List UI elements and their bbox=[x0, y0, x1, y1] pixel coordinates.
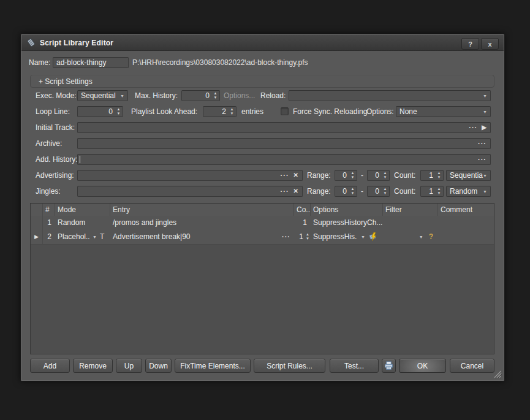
cancel-button[interactable]: Cancel bbox=[450, 359, 494, 373]
jingles-count-spinner[interactable]: 1 ▲ ▼ bbox=[420, 186, 444, 197]
clear-icon[interactable]: ✕ bbox=[293, 170, 298, 180]
header-count[interactable]: Co... bbox=[294, 204, 311, 216]
spin-buttons[interactable]: ▲ ▼ bbox=[381, 186, 389, 196]
up-button[interactable]: Up bbox=[116, 359, 142, 373]
advertising-field[interactable]: ··· ✕ bbox=[77, 170, 303, 181]
add-history-field[interactable]: ··· bbox=[77, 154, 491, 165]
name-input[interactable] bbox=[53, 57, 129, 68]
table-row[interactable]: ▶ 2 Placehol... ▼ T Advertisement break|… bbox=[31, 229, 494, 245]
script-rules-button[interactable]: Script Rules... bbox=[254, 359, 325, 373]
options-button[interactable]: Options... bbox=[224, 90, 255, 101]
ok-button[interactable]: OK bbox=[399, 359, 446, 373]
look-ahead-value: 2 bbox=[203, 107, 228, 116]
initial-track-field[interactable]: ··· ▶ bbox=[77, 122, 491, 133]
spin-buttons[interactable]: ▲ ▼ bbox=[305, 233, 311, 240]
header-mode[interactable]: Mode bbox=[55, 204, 110, 216]
cell-comment[interactable] bbox=[438, 229, 494, 244]
jingles-range-from-spinner[interactable]: 0 ▲ ▼ bbox=[335, 186, 357, 197]
header-comment[interactable]: Comment bbox=[438, 204, 494, 216]
cell-comment[interactable] bbox=[438, 216, 494, 229]
close-button[interactable]: x bbox=[481, 38, 499, 50]
chevron-down-icon[interactable]: ▼ bbox=[93, 235, 97, 239]
loop-line-spinner[interactable]: 0 ▲ ▼ bbox=[77, 106, 123, 117]
chevron-down-icon[interactable]: ▼ bbox=[419, 235, 423, 239]
cell-entry-editor[interactable]: Advertisement break|90 ··· bbox=[110, 229, 294, 244]
header-num[interactable]: # bbox=[43, 204, 55, 216]
spin-down-icon: ▼ bbox=[351, 176, 355, 179]
range-separator: - bbox=[361, 170, 363, 181]
spin-buttons[interactable]: ▲ ▼ bbox=[115, 107, 123, 116]
cell-filter-editor[interactable]: ▼ ? bbox=[383, 229, 438, 244]
flash-action-icon[interactable] bbox=[369, 232, 378, 241]
browse-ellipsis-icon[interactable]: ··· bbox=[469, 123, 477, 132]
header-entry[interactable]: Entry bbox=[110, 204, 294, 216]
spin-buttons[interactable]: ▲ ▼ bbox=[349, 186, 357, 196]
exec-mode-select[interactable]: Sequential ▼ bbox=[77, 90, 128, 101]
jingles-mode-select[interactable]: Random ▼ bbox=[446, 186, 491, 197]
down-button[interactable]: Down bbox=[145, 359, 172, 373]
spin-buttons[interactable]: ▲ ▼ bbox=[381, 170, 389, 180]
header-indicator bbox=[31, 204, 43, 216]
script-entries-table[interactable]: # Mode Entry Co... Options Filter Commen… bbox=[30, 203, 494, 354]
advertising-range-to-spinner[interactable]: 0 ▲ ▼ bbox=[367, 170, 390, 181]
advertising-range-label: Range: bbox=[307, 170, 331, 181]
cell-count[interactable]: 1 bbox=[294, 216, 311, 229]
cell-count-editor[interactable]: 1 ▲ ▼ bbox=[294, 229, 311, 244]
remove-button[interactable]: Remove bbox=[73, 359, 113, 373]
test-button[interactable]: Test... bbox=[330, 359, 379, 373]
script-library-editor-dialog: Script Library Editor ? x Name: P:\HRH\r… bbox=[20, 34, 505, 381]
spin-up-icon: ▲ bbox=[214, 92, 218, 95]
script-settings-header[interactable]: + Script Settings bbox=[30, 75, 494, 88]
browse-ellipsis-icon[interactable]: ··· bbox=[478, 155, 486, 164]
spin-up-icon: ▲ bbox=[437, 188, 441, 191]
cell-options[interactable]: SuppressHistoryCh... bbox=[311, 216, 383, 229]
browse-ellipsis-icon[interactable]: ··· bbox=[281, 186, 289, 196]
print-button[interactable] bbox=[382, 359, 396, 373]
spin-buttons[interactable]: ▲ ▼ bbox=[228, 107, 236, 116]
advertising-count-spinner[interactable]: 1 ▲ ▼ bbox=[420, 170, 444, 181]
add-button[interactable]: Add bbox=[30, 359, 70, 373]
cell-filter[interactable] bbox=[383, 216, 438, 229]
cell-options-editor[interactable]: SuppressHis... ▼ bbox=[311, 229, 383, 244]
header-filter[interactable]: Filter bbox=[383, 204, 438, 216]
options-select[interactable]: None ▼ bbox=[396, 106, 491, 117]
spin-down-icon: ▼ bbox=[230, 112, 234, 115]
count-value: 1 bbox=[421, 170, 435, 180]
spin-buttons[interactable]: ▲ ▼ bbox=[211, 91, 219, 101]
help-button[interactable]: ? bbox=[461, 38, 479, 50]
reload-label: Reload: bbox=[260, 90, 286, 101]
spin-buttons[interactable]: ▲ ▼ bbox=[435, 170, 443, 180]
browse-ellipsis-icon[interactable]: ··· bbox=[478, 139, 486, 148]
advertising-mode-select[interactable]: Sequentia ▼ bbox=[446, 170, 491, 181]
resize-grip[interactable] bbox=[492, 370, 502, 378]
spin-up-icon: ▲ bbox=[117, 108, 121, 111]
spin-buttons[interactable]: ▲ ▼ bbox=[349, 170, 357, 180]
title-bar[interactable]: Script Library Editor ? x bbox=[21, 35, 504, 51]
browse-ellipsis-icon[interactable]: ··· bbox=[281, 170, 289, 180]
advertising-range-from-spinner[interactable]: 0 ▲ ▼ bbox=[335, 170, 357, 181]
text-caret bbox=[80, 156, 80, 163]
table-row[interactable]: 1 Random /promos and jingles 1 SuppressH… bbox=[31, 216, 494, 230]
jingles-range-to-spinner[interactable]: 0 ▲ ▼ bbox=[367, 186, 390, 197]
spin-buttons[interactable]: ▲ ▼ bbox=[435, 186, 443, 196]
force-sync-checkbox[interactable] bbox=[281, 107, 289, 115]
cell-mode[interactable]: Random bbox=[55, 216, 110, 229]
reload-select[interactable]: ▼ bbox=[289, 90, 491, 101]
fixtime-elements-button[interactable]: FixTime Elements... bbox=[175, 359, 251, 373]
filter-help-mark[interactable]: ? bbox=[429, 232, 433, 241]
chevron-down-icon[interactable]: ▼ bbox=[361, 235, 365, 239]
archive-field[interactable]: ··· bbox=[77, 138, 491, 149]
play-icon[interactable]: ▶ bbox=[482, 123, 486, 132]
header-options[interactable]: Options bbox=[311, 204, 383, 216]
browse-ellipsis-icon[interactable]: ··· bbox=[282, 232, 290, 242]
cell-entry[interactable]: /promos and jingles bbox=[110, 216, 294, 229]
jingles-field[interactable]: ··· ✕ bbox=[77, 186, 303, 197]
advertising-mode-value: Sequentia bbox=[450, 171, 483, 180]
mode-type-button[interactable]: T bbox=[100, 232, 104, 241]
range-to-value: 0 bbox=[368, 186, 381, 196]
clear-icon[interactable]: ✕ bbox=[293, 186, 298, 196]
max-history-spinner[interactable]: 0 ▲ ▼ bbox=[181, 90, 220, 101]
look-ahead-spinner[interactable]: 2 ▲ ▼ bbox=[203, 106, 237, 117]
cell-mode-editor[interactable]: Placehol... ▼ T bbox=[55, 229, 110, 244]
spin-up-icon: ▲ bbox=[384, 188, 387, 191]
